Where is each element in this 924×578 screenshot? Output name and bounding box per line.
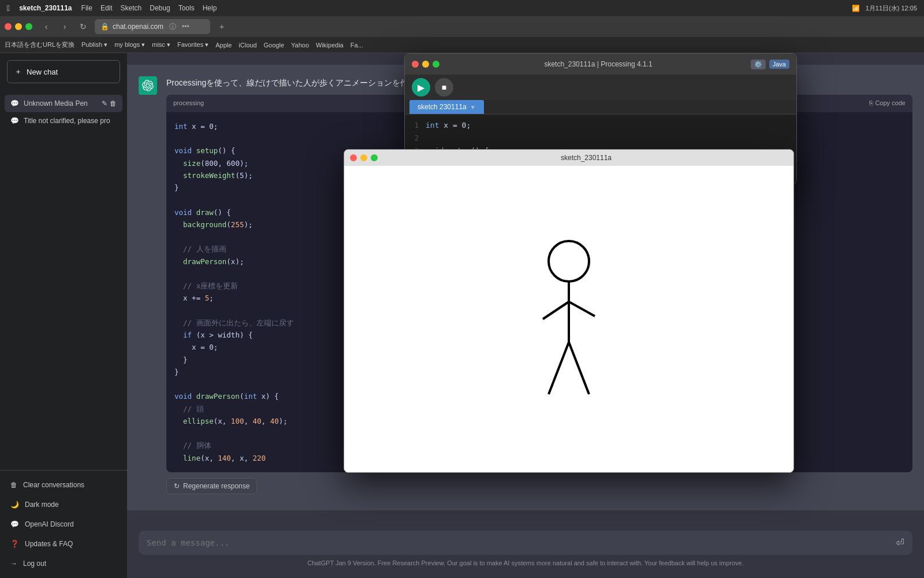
new-chat-button[interactable]: ＋ New chat [7, 60, 120, 83]
processing-minimize-button[interactable] [422, 61, 429, 68]
more-icon: ••• [182, 23, 189, 31]
reload-button[interactable]: ↻ [76, 20, 90, 34]
conversation-title-2: Title not clarified, please pro [24, 117, 117, 125]
processing-titlebar: sketch_230111a | Processing 4.1.1 ⚙️ Jav… [405, 54, 796, 75]
send-button[interactable]: ⏎ [896, 536, 904, 549]
conversation-actions: ✎ 🗑 [102, 99, 117, 108]
sketch-minimize-button[interactable] [360, 154, 367, 161]
menu-help[interactable]: Help [203, 4, 217, 12]
gpt-avatar [139, 76, 157, 95]
discord-button[interactable]: 💬 OpenAI Discord [5, 514, 122, 534]
minimize-window-button[interactable] [15, 23, 22, 30]
logout-button[interactable]: → Log out [5, 554, 122, 573]
chat-input-area: ⏎ ChatGPT Jan 9 Version. Free Research P… [127, 524, 924, 578]
browser-chrome: ‹ › ↻ 🔒 chat.openai.com ⓘ ••• + [0, 16, 924, 37]
apple-logo-icon:  [7, 3, 10, 13]
sketch-titlebar: sketch_230111a [344, 150, 793, 166]
regenerate-label: Regenerate response [183, 482, 249, 490]
bookmark-yahoo[interactable]: Yahoo [291, 42, 309, 49]
delete-icon[interactable]: 🗑 [110, 99, 117, 108]
processing-toolbar: ▶ ■ [405, 75, 796, 100]
editor-line-1: 1 int x = 0; [405, 119, 796, 132]
bookmark-japanese-url[interactable]: 日本語を含むURLを変換 [5, 40, 74, 49]
menu-edit[interactable]: Edit [100, 4, 113, 12]
chat-input[interactable] [147, 538, 891, 547]
discord-label: OpenAI Discord [25, 520, 74, 528]
conversations-list: 💬 Unknown Media Pen ✎ 🗑 💬 Title not clar… [0, 90, 127, 470]
forward-button[interactable]: › [58, 20, 72, 34]
code-language: processing [173, 98, 204, 109]
back-button[interactable]: ‹ [39, 20, 53, 34]
bookmark-misc[interactable]: misc ▾ [152, 41, 170, 49]
sketch-traffic-lights [350, 154, 378, 161]
copy-button[interactable]: ⎘ Copy code [869, 98, 906, 109]
clear-conversations-button[interactable]: 🗑 Clear conversations [5, 475, 122, 495]
bookmark-fa[interactable]: Fa... [351, 42, 363, 49]
info-icon: ⓘ [169, 22, 176, 32]
bookmark-icloud[interactable]: iCloud [239, 42, 256, 49]
macos-topbar:  sketch_230111a File Edit Sketch Debug … [0, 0, 924, 16]
sketch-output-window: sketch_230111a [344, 149, 794, 473]
dark-mode-button[interactable]: 🌙 Dark mode [5, 495, 122, 514]
trash-icon: 🗑 [10, 481, 17, 489]
stick-figure-left-arm [543, 302, 569, 319]
stick-figure-head [549, 241, 589, 281]
bookmark-favorites[interactable]: Favorites ▾ [177, 41, 208, 49]
url-text: chat.openai.com [113, 23, 163, 31]
editor-line-2: 2 [405, 132, 796, 144]
bookmark-myblogs[interactable]: my blogs ▾ [114, 41, 145, 49]
clear-conversations-label: Clear conversations [23, 481, 84, 489]
stick-figure-display [344, 166, 793, 472]
regenerate-button[interactable]: ↻ Regenerate response [166, 478, 257, 494]
menu-tools[interactable]: Tools [178, 4, 195, 12]
tab-name: sketch 230111a [418, 103, 467, 111]
processing-file-tab[interactable]: sketch 230111a ▼ [409, 100, 484, 114]
menu-debug[interactable]: Debug [150, 4, 170, 12]
sidebar-header: ＋ New chat [0, 53, 127, 90]
sketch-fullscreen-button[interactable] [371, 154, 378, 161]
processing-run-button[interactable]: ▶ [412, 78, 430, 97]
updates-faq-button[interactable]: ❓ Updates & FAQ [5, 534, 122, 554]
menu-file[interactable]: File [81, 4, 92, 12]
sketch-close-button[interactable] [350, 154, 357, 161]
address-bar[interactable]: 🔒 chat.openai.com ⓘ ••• [95, 19, 210, 34]
bookmark-apple[interactable]: Apple [215, 42, 232, 49]
stick-figure-right-arm [569, 302, 595, 316]
lock-icon: 🔒 [100, 23, 109, 31]
bookmark-wikipedia[interactable]: Wikipedia [316, 42, 344, 49]
clock: 1月11日(水) 12:05 [866, 4, 917, 13]
chat-icon-2: 💬 [10, 117, 19, 125]
java-selector[interactable]: Java [769, 60, 789, 69]
new-tab-button[interactable]: + [215, 20, 229, 34]
logout-icon: → [10, 560, 17, 568]
conversation-item-title-not-clarified[interactable]: 💬 Title not clarified, please pro [5, 112, 122, 129]
new-chat-label: New chat [27, 68, 58, 76]
dark-mode-label: Dark mode [25, 501, 59, 509]
app-name: sketch_230111a [19, 4, 72, 12]
chat-icon: 💬 [10, 99, 19, 108]
wifi-icon: 📶 [852, 5, 860, 12]
stick-figure-left-leg [549, 342, 569, 394]
processing-window-title: sketch_230111a | Processing 4.1.1 [446, 60, 750, 68]
discord-icon: 💬 [10, 520, 19, 528]
processing-traffic-lights [412, 61, 439, 68]
processing-close-button[interactable] [412, 61, 419, 68]
help-icon: ❓ [10, 540, 19, 548]
regenerate-icon: ↻ [174, 482, 180, 490]
menu-sketch[interactable]: Sketch [121, 4, 142, 12]
maximize-window-button[interactable] [25, 23, 32, 30]
updates-label: Updates & FAQ [25, 540, 73, 548]
close-window-button[interactable] [5, 23, 12, 30]
processing-settings-icon[interactable]: ⚙️ [751, 60, 766, 69]
menu-bar: File Edit Sketch Debug Tools Help [81, 4, 217, 12]
processing-maximize-button[interactable] [433, 61, 439, 68]
conversation-item-unknown-media[interactable]: 💬 Unknown Media Pen ✎ 🗑 [5, 95, 122, 112]
logout-label: Log out [23, 560, 46, 568]
bookmark-publish[interactable]: Publish ▾ [81, 41, 107, 49]
bookmark-google[interactable]: Google [264, 42, 284, 49]
tab-dropdown-icon[interactable]: ▼ [470, 104, 476, 110]
sidebar: ＋ New chat 💬 Unknown Media Pen ✎ 🗑 💬 Tit… [0, 53, 127, 578]
edit-icon[interactable]: ✎ [102, 99, 107, 108]
stick-figure-svg [511, 227, 627, 412]
processing-stop-button[interactable]: ■ [435, 78, 453, 97]
